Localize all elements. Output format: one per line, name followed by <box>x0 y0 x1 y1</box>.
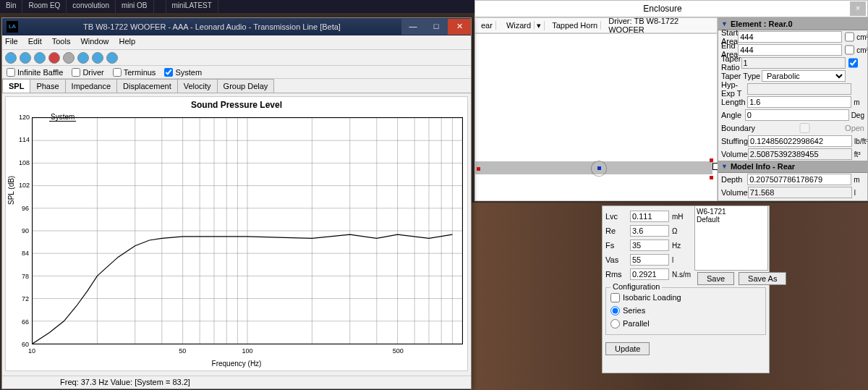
tool-icon[interactable] <box>92 52 103 64</box>
driver-check[interactable]: Driver <box>72 68 103 77</box>
spl-chart[interactable]: Sound Pressure Level System SPL (dB) Fre… <box>5 96 468 371</box>
tab-displacement[interactable]: Displacement <box>116 79 178 93</box>
lvc-input[interactable] <box>630 211 669 222</box>
maximize-icon[interactable]: □ <box>425 19 448 35</box>
end-area-input[interactable] <box>738 44 842 56</box>
enclosure-titlebar[interactable]: Enclosure × <box>475 0 868 17</box>
trace-checks: Infinite Baffle Driver Terminus System <box>2 66 471 79</box>
taper-type-select[interactable]: Parabolic <box>762 70 846 82</box>
tab-groupdelay[interactable]: Group Delay <box>217 79 275 93</box>
vas-input[interactable] <box>630 254 669 266</box>
close-icon[interactable]: ✕ <box>448 19 471 35</box>
volume-input <box>748 148 852 160</box>
la-toolbar <box>2 50 471 66</box>
tool-icon[interactable] <box>34 52 46 64</box>
app-icon: LA <box>7 21 18 33</box>
tapped-horn-button[interactable]: Tapped Horn <box>549 21 601 30</box>
menu-help[interactable]: Help <box>119 37 136 48</box>
depth-input[interactable] <box>747 174 851 185</box>
configuration-group: Configuration Isobaric Loading Series Pa… <box>605 287 766 335</box>
enclosure-toolbar: ear Wizard ▾ Tapped Horn Driver: TB W8-1… <box>475 17 718 33</box>
tab-rear[interactable]: ear <box>478 21 496 30</box>
tool-icon[interactable] <box>63 52 75 64</box>
menu-edit[interactable]: Edit <box>28 37 42 48</box>
start-area-input[interactable] <box>738 31 842 43</box>
series-radio[interactable]: Series <box>610 304 761 317</box>
taper-ratio-input[interactable] <box>741 57 846 69</box>
tab-impedance[interactable]: Impedance <box>65 79 117 93</box>
update-button[interactable]: Update <box>605 342 650 355</box>
fs-input[interactable] <box>630 239 669 251</box>
driver-list[interactable]: W6-1721Default <box>694 205 768 271</box>
save-button[interactable]: Save <box>697 272 734 285</box>
tool-icon[interactable] <box>20 52 31 64</box>
play-icon[interactable] <box>106 52 118 64</box>
element-properties-panel: Element : Rear.0 Start Areacm² End Areac… <box>718 17 868 201</box>
menu-window[interactable]: Window <box>80 37 109 48</box>
enclosure-canvas[interactable] <box>475 33 718 201</box>
tab-phase[interactable]: Phase <box>30 79 65 93</box>
tab-spl[interactable]: SPL <box>2 79 30 93</box>
leonard-audio-window: LA TB W8-1722 WOOFER - AAA - Leonard Aud… <box>1 17 472 389</box>
status-bar: Freq: 37.3 Hz Value: [System = 83.2] <box>2 376 471 389</box>
re-input[interactable] <box>630 225 669 237</box>
parallel-radio[interactable]: Parallel <box>610 317 761 330</box>
tool-icon[interactable] <box>5 52 17 64</box>
main-menu[interactable]: File Edit Tools Window Help <box>2 35 471 50</box>
close-icon[interactable]: × <box>850 1 866 16</box>
driver-label: Driver: TB W8-1722 WOOFER <box>605 17 714 34</box>
isobaric-check[interactable]: Isobaric Loading <box>610 291 761 304</box>
stuffing-input[interactable] <box>748 135 852 147</box>
infinite-baffle-check[interactable]: Infinite Baffle <box>7 68 63 77</box>
rms-input[interactable] <box>630 268 669 280</box>
model-info-header[interactable]: Model Info - Rear <box>718 161 867 173</box>
menu-file[interactable]: File <box>5 37 18 48</box>
minimize-icon[interactable]: — <box>401 19 425 35</box>
model-volume-input <box>748 187 852 198</box>
element-header[interactable]: Element : Rear.0 <box>718 18 867 30</box>
enclosure-title: Enclosure <box>475 4 850 14</box>
chart-tabs: SPL Phase Impedance Displacement Velocit… <box>2 79 471 93</box>
terminus-check[interactable]: Terminus <box>113 68 156 77</box>
tool-icon[interactable] <box>77 52 89 64</box>
system-check[interactable]: System <box>164 68 202 77</box>
tab-velocity[interactable]: Velocity <box>177 79 218 93</box>
saveas-button[interactable]: Save As <box>739 272 786 285</box>
angle-input[interactable] <box>745 109 849 121</box>
la-titlebar[interactable]: LA TB W8-1722 WOOFER - AAA - Leonard Aud… <box>2 18 471 35</box>
hypexp-input <box>747 83 851 95</box>
record-icon[interactable] <box>48 52 60 64</box>
wizard-button[interactable]: Wizard ▾ <box>501 21 545 30</box>
length-input[interactable] <box>747 96 851 108</box>
menu-tools[interactable]: Tools <box>52 37 71 48</box>
